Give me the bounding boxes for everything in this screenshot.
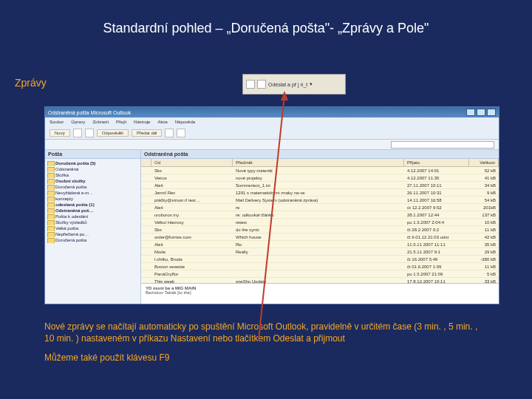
message-row[interactable]: Sksdo the cynicčt 28.2.2007 0:211 kB xyxy=(141,226,499,233)
message-row[interactable]: l.chilko, Brodačt 16.2007 5:49-380 kB xyxy=(141,256,499,263)
menu-item[interactable]: Zobrazit xyxy=(92,120,109,124)
menu-item[interactable]: Nástroje xyxy=(134,120,150,124)
reply-button[interactable]: Odpovědět xyxy=(97,129,129,137)
message-row[interactable]: PanáGryfforpo 1.5.2007 21:095 kB xyxy=(141,270,499,278)
send-receive-label[interactable]: Odeslat a př j n_t xyxy=(268,82,307,87)
menu-item[interactable]: Akce xyxy=(157,120,167,124)
folder-item[interactable]: Velká pošta xyxy=(45,225,140,231)
window-titlebar: Odstraněná pošta Microsoft Outlook xyxy=(45,107,499,117)
message-row[interactable]: uroboros myre: odkoukal článku28.1.2007 … xyxy=(141,211,499,219)
folder-item[interactable]: odeslaná pošta (1) xyxy=(45,202,140,208)
folder-item[interactable]: koncepty xyxy=(45,196,140,202)
delete-icon[interactable] xyxy=(85,129,94,137)
search-input[interactable] xyxy=(391,141,494,149)
flag-icon[interactable] xyxy=(165,129,174,137)
minimize-button[interactable] xyxy=(466,109,475,116)
message-row[interactable]: ModeReally21.5.11 2007 9:129 kB xyxy=(141,248,499,256)
print-icon[interactable] xyxy=(73,129,82,137)
folder-item[interactable]: Pošta k odeslání xyxy=(45,214,140,219)
close-button[interactable] xyxy=(487,109,496,116)
folder-item[interactable]: Doručená pošta xyxy=(45,237,140,243)
folder-icon[interactable] xyxy=(177,129,185,137)
chevron-down-icon[interactable]: ▾ xyxy=(310,81,313,87)
envelope-icon xyxy=(257,80,266,89)
menu-item[interactable]: Úpravy xyxy=(71,120,85,124)
folder-item[interactable]: Osobní složky xyxy=(45,178,140,184)
message-row[interactable]: order@furries.comWhich housečt 9.01.12 2… xyxy=(141,233,499,241)
folder-item[interactable]: Složky výsledků xyxy=(45,219,140,225)
message-row[interactable]: Boston seasidečt 01.6.2007 1:0911 kB xyxy=(141,263,499,270)
menu-item[interactable]: Přejít xyxy=(116,120,126,124)
forward-button[interactable]: Předat dál xyxy=(132,129,162,137)
folder-item[interactable]: Doručená pošta xyxy=(45,184,140,190)
grid-header: Od Předmět Přijato Velikost xyxy=(141,159,499,167)
col-size[interactable]: Velikost xyxy=(469,159,499,166)
message-row[interactable]: Jarmil Rec1291 s matematickými znaky na-… xyxy=(141,189,499,197)
folder-item[interactable]: Odstraněná xyxy=(45,166,140,172)
footer-p2: Můžeme také použít klávesu F9 xyxy=(44,352,488,364)
preview-sender: Beziskov Tabák [to the] xyxy=(146,290,494,295)
message-row[interactable]: Alešreút 12.2.2007 9:52201kB xyxy=(141,204,499,211)
message-list: SksNové typy materiál4.12.2007 14:0152 k… xyxy=(141,167,499,283)
menu-bar: Soubor Úpravy Zobrazit Přejít Nástroje A… xyxy=(45,117,499,126)
col-subject[interactable]: Předmět xyxy=(233,159,404,166)
message-row[interactable]: SksNové typy materiál4.12.2007 14:0152 k… xyxy=(141,167,499,174)
menu-item[interactable]: Soubor xyxy=(50,120,64,124)
content-pane: Odstraněná pošta Od Předmět Přijato Veli… xyxy=(141,150,499,304)
slide-title: Standardní pohled – „Doručená pošta"- „Z… xyxy=(0,0,532,44)
window-title: Odstraněná pošta Microsoft Outlook xyxy=(48,110,131,115)
outlook-window: Odstraněná pošta Microsoft Outlook Soubo… xyxy=(44,106,499,304)
nav-pane: Pošta Doručená pošta (5) Odstraněná Slož… xyxy=(45,150,141,304)
new-button[interactable]: Nový xyxy=(50,129,70,137)
toolbar: Nový Odpovědět Předat dál xyxy=(45,126,499,140)
book-icon xyxy=(246,80,255,89)
footer-text: Nové zprávy se načítají automaticky po s… xyxy=(44,321,488,372)
folder-item[interactable]: Složka xyxy=(45,172,140,178)
col-received[interactable]: Přijato xyxy=(404,159,469,166)
folder-item[interactable]: Odstraněná poš… xyxy=(45,208,140,214)
nav-header: Pošta xyxy=(45,150,140,159)
folder-list: Doručená pošta (5) Odstraněná Složka Oso… xyxy=(45,159,140,245)
message-row[interactable]: Velkoi Hacrosyretestpo 1.3.2007 2:04:410… xyxy=(141,219,499,226)
col-from[interactable]: Od xyxy=(151,159,233,166)
folder-item[interactable]: Nevyžádaná e-m… xyxy=(45,190,140,196)
folder-item[interactable]: Nepřečtená po… xyxy=(45,231,140,237)
folder-item[interactable]: Doručená pošta (5) xyxy=(45,160,140,166)
message-row[interactable]: AlešRe:11.5.11 2007 11:1135 kB xyxy=(141,241,499,248)
preview-pane: YD mont be a MIG MAIN Beziskov Tabák [to… xyxy=(141,283,499,304)
message-row[interactable]: AlešSummertext_1.txt27.11.2007 10:1134 k… xyxy=(141,182,499,189)
label-zpravy: Zprávy xyxy=(15,77,47,89)
message-row[interactable]: ptáčky@simon.rl test…Mail Delivery Syste… xyxy=(141,197,499,204)
toolbar-snippet: Odeslat a př j n_t ▾ xyxy=(242,74,346,95)
message-row[interactable]: Veirosnové projekty4.12.2007 11:3541 kB xyxy=(141,174,499,182)
maximize-button[interactable] xyxy=(477,109,485,116)
content-header: Odstraněná pošta xyxy=(141,150,499,159)
search-bar xyxy=(45,140,499,150)
menu-item[interactable]: Nápověda xyxy=(175,120,195,124)
footer-p1: Nové zprávy se načítají automaticky po s… xyxy=(44,321,488,344)
message-row[interactable]: This weeksneShu Update17.8.12.2007 10:11… xyxy=(141,278,499,283)
